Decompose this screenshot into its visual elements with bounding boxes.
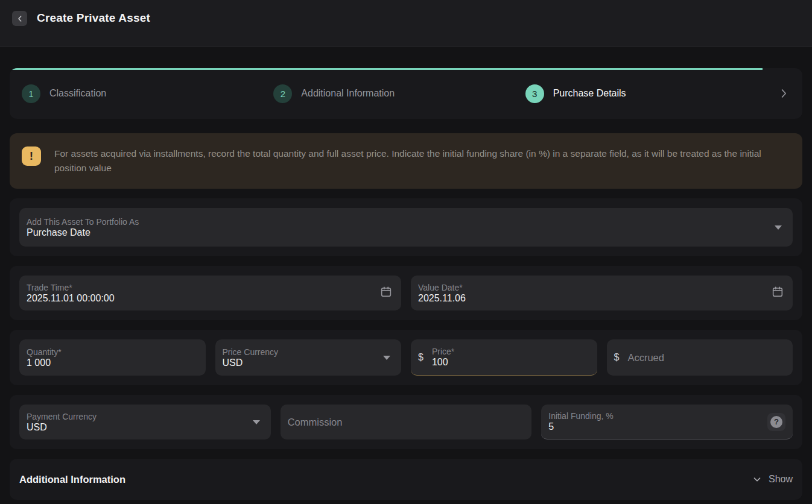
question-mark-icon: ? <box>770 416 782 428</box>
stepper-panel: 1 Classification 2 Additional Informatio… <box>10 68 802 119</box>
stepper-progress-bar <box>10 68 763 70</box>
step-1-label: Classification <box>49 88 106 99</box>
accrued-field[interactable]: $ Accrued <box>607 339 793 376</box>
chevron-left-icon <box>15 14 25 24</box>
chevron-right-icon[interactable] <box>777 87 790 100</box>
step-classification[interactable]: 1 Classification <box>22 84 273 103</box>
trade-time-value: 2025.11.01 00:00:00 <box>27 293 115 304</box>
step-2-label: Additional Information <box>301 88 395 99</box>
step-1-badge: 1 <box>22 84 40 103</box>
price-field[interactable]: $ Price* 100 <box>411 339 597 376</box>
quantity-label: Quantity* <box>27 347 62 357</box>
payment-panel: Payment Currency USD Commission Initial … <box>10 395 802 449</box>
chevron-down-icon <box>383 356 390 360</box>
stepper-steps: 1 Classification 2 Additional Informatio… <box>10 68 802 119</box>
quantity-price-panel: Quantity* 1 000 Price Currency USD $ Pri… <box>10 330 802 385</box>
trade-time-field[interactable]: Trade Time* 2025.11.01 00:00:00 <box>19 276 401 310</box>
dollar-icon: $ <box>614 352 620 363</box>
commission-field[interactable]: Commission <box>281 405 532 439</box>
payment-currency-value: USD <box>27 422 97 433</box>
header: Create Private Asset <box>0 0 812 47</box>
back-button[interactable] <box>12 11 27 26</box>
quantity-value: 1 000 <box>27 358 62 368</box>
chevron-down-icon <box>752 474 763 485</box>
portfolio-as-panel: Add This Asset To Portfolio As Purchase … <box>10 198 802 256</box>
trade-time-label: Trade Time* <box>27 283 115 292</box>
step-additional-information[interactable]: 2 Additional Information <box>273 84 525 103</box>
calendar-icon[interactable] <box>379 285 393 301</box>
step-3-label: Purchase Details <box>553 88 626 99</box>
chevron-down-icon <box>775 225 782 230</box>
page-title: Create Private Asset <box>37 11 150 25</box>
show-toggle-button[interactable]: Show <box>752 474 793 485</box>
portfolio-as-label: Add This Asset To Portfolio As <box>27 217 139 227</box>
payment-currency-label: Payment Currency <box>27 412 97 421</box>
price-currency-select[interactable]: Price Currency USD <box>215 339 402 376</box>
accrued-placeholder: Accrued <box>627 352 664 364</box>
step-purchase-details[interactable]: 3 Purchase Details <box>525 84 777 103</box>
help-button[interactable]: ? <box>767 413 785 431</box>
price-label: Price* <box>432 347 454 356</box>
price-value: 100 <box>432 357 454 368</box>
portfolio-as-value: Purchase Date <box>27 227 139 238</box>
value-date-label: Value Date* <box>418 283 466 292</box>
step-2-badge: 2 <box>273 84 292 103</box>
warning-banner: ! For assets acquired via installments, … <box>10 133 802 189</box>
value-date-value: 2025.11.06 <box>418 293 466 304</box>
show-toggle-label: Show <box>769 474 793 485</box>
additional-information-title: Additional Information <box>19 474 125 485</box>
price-currency-label: Price Currency <box>223 347 279 357</box>
warning-icon: ! <box>22 146 41 166</box>
initial-funding-label: Initial Funding, % <box>548 411 613 421</box>
dates-panel: Trade Time* 2025.11.01 00:00:00 Value Da… <box>10 266 802 320</box>
portfolio-as-select[interactable]: Add This Asset To Portfolio As Purchase … <box>19 208 793 247</box>
dollar-icon: $ <box>418 352 423 363</box>
initial-funding-value: 5 <box>548 421 613 432</box>
warning-text: For assets acquired via installments, re… <box>54 146 790 175</box>
initial-funding-field[interactable]: Initial Funding, % 5 ? <box>541 405 793 439</box>
step-3-badge: 3 <box>525 84 544 103</box>
value-date-field[interactable]: Value Date* 2025.11.06 <box>411 276 793 310</box>
additional-information-panel: Additional Information Show <box>10 459 802 500</box>
commission-placeholder: Commission <box>288 417 343 428</box>
price-currency-value: USD <box>223 358 279 368</box>
quantity-field[interactable]: Quantity* 1 000 <box>19 339 206 376</box>
main-content: 1 Classification 2 Additional Informatio… <box>0 47 812 500</box>
calendar-icon[interactable] <box>771 285 784 301</box>
payment-currency-select[interactable]: Payment Currency USD <box>19 405 271 439</box>
chevron-down-icon <box>253 420 260 424</box>
